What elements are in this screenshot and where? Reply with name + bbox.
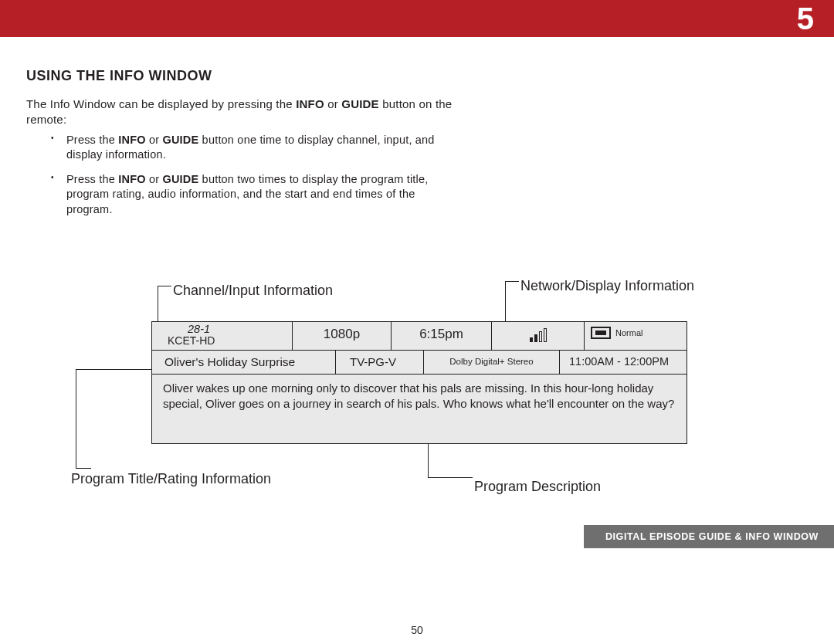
program-title-cell: Oliver's Holiday Surprise <box>152 351 336 374</box>
intro-or: or <box>324 97 341 110</box>
aspect-cell: Normal <box>585 322 687 350</box>
bullet1-pre: Press the <box>66 134 118 146</box>
section-title: USING THE INFO WINDOW <box>26 68 808 84</box>
leader-line <box>76 369 156 370</box>
bullet1-b1: INFO <box>118 134 145 146</box>
bullet2-mid: or <box>146 173 163 185</box>
callout-channel-input: Channel/Input Information <box>173 283 333 299</box>
channel-number: 28-1 <box>158 324 286 335</box>
intro-bold-guide: GUIDE <box>341 97 379 110</box>
program-description-cell: Oliver wakes up one morning only to disc… <box>152 375 687 443</box>
rating-cell: TV-PG-V <box>336 351 424 374</box>
bullet-item-2: Press the INFO or GUIDE button two times… <box>66 172 459 218</box>
channel-name: KCET-HD <box>158 335 286 347</box>
bullet-list: Press the INFO or GUIDE button one time … <box>26 133 459 218</box>
leader-line <box>76 369 76 468</box>
intro-bold-info: INFO <box>296 97 324 110</box>
footer-section-tag: DIGITAL EPISODE GUIDE & INFO WINDOW <box>584 525 834 548</box>
signal-cell <box>492 322 585 350</box>
bullet1-mid: or <box>146 134 163 146</box>
callout-program-title-rating: Program Title/Rating Information <box>71 471 271 487</box>
bullet2-b1: INFO <box>118 173 145 185</box>
info-row-2: Oliver's Holiday Surprise TV-PG-V Dolby … <box>152 351 687 375</box>
callout-program-description: Program Description <box>474 479 601 495</box>
leader-line <box>158 286 171 286</box>
bullet2-b2: GUIDE <box>162 173 198 185</box>
info-row-3: Oliver wakes up one morning only to disc… <box>152 375 687 443</box>
intro-paragraph: The Info Window can be displayed by pres… <box>26 97 459 128</box>
intro-text: The Info Window can be displayed by pres… <box>26 97 296 110</box>
info-window-box: 28-1 KCET-HD 1080p 6:15pm Normal Oliver'… <box>151 321 687 444</box>
info-row-1: 28-1 KCET-HD 1080p 6:15pm Normal <box>152 322 687 351</box>
time-cell: 6:15pm <box>392 322 492 350</box>
callout-network-display: Network/Display Information <box>520 278 694 294</box>
signal-strength-icon <box>530 328 547 342</box>
bullet1-b2: GUIDE <box>162 134 198 146</box>
leader-line <box>428 477 473 478</box>
bullet-item-1: Press the INFO or GUIDE button one time … <box>66 133 459 163</box>
chapter-number: 5 <box>797 2 814 36</box>
aspect-mode-label: Normal <box>615 328 642 337</box>
page-number: 50 <box>411 624 423 636</box>
channel-cell: 28-1 KCET-HD <box>152 322 293 350</box>
bullet2-pre: Press the <box>66 173 118 185</box>
audio-cell: Dolby Digital+ Stereo <box>424 351 560 374</box>
resolution-cell: 1080p <box>293 322 392 350</box>
header-bar: 5 <box>0 0 834 37</box>
content-area: USING THE INFO WINDOW The Info Window ca… <box>26 68 808 226</box>
leader-line <box>76 468 91 469</box>
leader-line <box>505 281 519 282</box>
aspect-ratio-icon <box>591 327 611 339</box>
leader-line <box>428 439 429 477</box>
info-window-diagram: Channel/Input Information Network/Displa… <box>26 278 808 517</box>
program-time-cell: 11:00AM - 12:00PM <box>560 351 687 374</box>
